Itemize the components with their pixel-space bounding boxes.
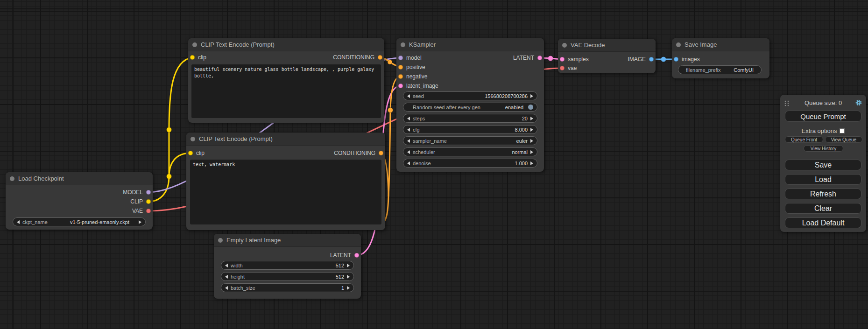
increment-arrow-icon[interactable] (530, 117, 533, 120)
collapse-dot-icon[interactable] (10, 176, 14, 181)
reroute-dot-latent[interactable] (548, 56, 553, 61)
decrement-arrow-icon[interactable] (407, 117, 410, 120)
settings-gear-icon[interactable] (855, 99, 862, 106)
reroute-dot-image[interactable] (661, 57, 666, 62)
input-port-negative[interactable] (398, 74, 403, 79)
view-history-button[interactable]: View History (804, 145, 843, 152)
load-default-button[interactable]: Load Default (785, 217, 861, 228)
widget-ckpt-name[interactable]: ckpt_name v1-5-pruned-emaonly.ckpt (13, 217, 146, 226)
node-ksampler[interactable]: KSampler model positive negative latent_… (396, 38, 544, 172)
extra-options-checkbox[interactable] (840, 128, 845, 133)
increment-arrow-icon[interactable] (139, 220, 141, 224)
node-vae-decode[interactable]: VAE Decode samples vae IMAGE (558, 39, 656, 73)
increment-arrow-icon[interactable] (530, 128, 533, 132)
widget-cfg[interactable]: cfg 8.000 (403, 125, 537, 134)
decrement-arrow-icon[interactable] (17, 220, 20, 224)
decrement-arrow-icon[interactable] (407, 139, 410, 143)
prompt-textarea[interactable]: beautiful scenery nature glass bottle la… (191, 64, 381, 118)
input-port-latent-image[interactable] (398, 84, 403, 88)
widget-random-seed-toggle[interactable]: Random seed after every gen enabled (403, 103, 537, 112)
increment-arrow-icon[interactable] (530, 94, 533, 98)
node-title-bar[interactable]: Save Image (672, 38, 769, 51)
drag-handle-icon[interactable] (784, 100, 789, 106)
widget-scheduler[interactable]: scheduler normal (403, 147, 537, 156)
output-port-vae[interactable] (146, 209, 151, 213)
input-port-samples[interactable] (560, 57, 565, 62)
widget-sampler-name[interactable]: sampler_name euler (403, 136, 537, 145)
collapse-dot-icon[interactable] (401, 42, 405, 47)
port-label-vae: VAE (132, 208, 143, 214)
increment-arrow-icon[interactable] (347, 264, 350, 267)
decrement-arrow-icon[interactable] (407, 128, 410, 132)
collapse-dot-icon[interactable] (192, 42, 197, 47)
increment-arrow-icon[interactable] (530, 150, 533, 154)
view-queue-button[interactable]: View Queue (825, 136, 862, 143)
widget-width[interactable]: width 512 (221, 261, 354, 270)
widget-batch-size[interactable]: batch_size 1 (221, 283, 354, 292)
node-clip-text-encode-negative[interactable]: CLIP Text Encode (Prompt) clip CONDITION… (186, 133, 385, 230)
node-load-checkpoint[interactable]: Load Checkpoint MODEL CLIP VAE ckpt_name… (6, 172, 153, 230)
decrement-arrow-icon[interactable] (225, 264, 228, 267)
save-button[interactable]: Save (785, 160, 861, 170)
port-label-vae: vae (568, 65, 577, 71)
queue-front-button[interactable]: Queue Front (785, 136, 823, 143)
node-title-bar[interactable]: Load Checkpoint (6, 172, 153, 185)
output-port-image[interactable] (649, 57, 654, 62)
input-port-clip[interactable] (188, 151, 193, 155)
reroute-dot-negative[interactable] (388, 108, 393, 113)
input-port-model[interactable] (398, 56, 403, 60)
port-label-clip: clip (198, 54, 206, 61)
load-button[interactable]: Load (785, 174, 861, 185)
increment-arrow-icon[interactable] (347, 286, 350, 290)
node-empty-latent-image[interactable]: Empty Latent Image LATENT width 512 heig… (214, 234, 361, 299)
widget-height[interactable]: height 512 (221, 272, 354, 281)
node-title-bar[interactable]: Empty Latent Image (214, 234, 361, 247)
output-port-model[interactable] (146, 190, 151, 195)
clear-button[interactable]: Clear (785, 203, 861, 214)
increment-arrow-icon[interactable] (530, 139, 533, 143)
input-port-positive[interactable] (398, 65, 403, 70)
input-port-images[interactable] (674, 57, 678, 62)
node-title-bar[interactable]: VAE Decode (558, 39, 656, 52)
reroute-dot-clip-lower[interactable] (167, 174, 172, 179)
widget-steps[interactable]: steps 20 (403, 114, 537, 123)
decrement-arrow-icon[interactable] (407, 150, 410, 154)
node-title-bar[interactable]: CLIP Text Encode (Prompt) (188, 38, 384, 51)
decrement-arrow-icon[interactable] (225, 275, 228, 279)
increment-arrow-icon[interactable] (347, 275, 350, 279)
output-port-conditioning[interactable] (378, 55, 382, 60)
output-port-latent[interactable] (537, 56, 542, 60)
comfyui-canvas[interactable]: { "link_colors": { "model": "#b39ddb", "… (0, 0, 868, 329)
node-clip-text-encode-positive[interactable]: CLIP Text Encode (Prompt) clip CONDITION… (188, 38, 384, 123)
collapse-dot-icon[interactable] (218, 238, 223, 243)
collapse-dot-icon[interactable] (676, 42, 681, 47)
output-port-conditioning[interactable] (379, 151, 383, 155)
widget-label: denoise (413, 161, 431, 166)
output-port-latent[interactable] (354, 253, 359, 258)
increment-arrow-icon[interactable] (530, 161, 533, 165)
collapse-dot-icon[interactable] (562, 43, 567, 48)
node-title-bar[interactable]: CLIP Text Encode (Prompt) (186, 133, 385, 146)
toggle-dot[interactable] (528, 105, 533, 110)
port-label-clip: CLIP (130, 198, 143, 205)
widget-value: 512 (336, 274, 344, 280)
widget-denoise[interactable]: denoise 1.000 (403, 159, 537, 168)
decrement-arrow-icon[interactable] (407, 94, 410, 98)
decrement-arrow-icon[interactable] (225, 286, 228, 290)
decrement-arrow-icon[interactable] (407, 161, 410, 165)
queue-panel[interactable]: Queue size: 0 Queue Prompt Extra options… (780, 95, 866, 232)
widget-seed[interactable]: seed 156680208700286 (403, 91, 537, 100)
reroute-dot-clip-upper[interactable] (167, 127, 172, 133)
node-title-bar[interactable]: KSampler (396, 38, 544, 51)
widget-label: steps (413, 116, 425, 121)
output-port-clip[interactable] (146, 199, 151, 204)
refresh-button[interactable]: Refresh (785, 189, 861, 199)
widget-filename-prefix[interactable]: filename_prefix ComfyUI (678, 65, 762, 74)
prompt-textarea[interactable]: text, watermark (190, 160, 381, 224)
reroute-dot-positive[interactable] (388, 60, 392, 64)
input-port-clip[interactable] (190, 55, 195, 60)
collapse-dot-icon[interactable] (191, 137, 195, 141)
input-port-vae[interactable] (560, 66, 565, 70)
queue-prompt-button[interactable]: Queue Prompt (785, 111, 861, 122)
node-save-image[interactable]: Save Image images filename_prefix ComfyU… (672, 38, 769, 78)
